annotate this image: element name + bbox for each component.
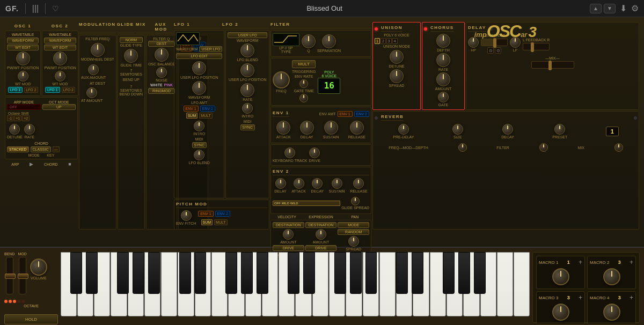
white-key-20[interactable] [379,252,396,316]
black-key-19[interactable] [458,252,470,294]
lfo2-user-lfo-btn[interactable]: USER LFO [228,32,267,38]
filter-gate-dial[interactable] [299,94,308,102]
lfo1-intro-dial[interactable] [194,121,204,131]
osc2-wt-mod-dial[interactable] [55,71,65,82]
black-key-12[interactable] [303,252,315,294]
lfo1-mult-btn[interactable]: MULT [199,113,213,119]
pitch-env2-btn[interactable]: ENV 2 [215,211,230,217]
hold-button[interactable]: HOLD [4,314,58,324]
chorus-rate-dial[interactable] [436,53,450,67]
osc-balance-dial[interactable] [155,48,169,62]
macro1-dial[interactable] [552,268,569,285]
pitch-mult-btn[interactable]: MULT [214,219,228,225]
kbd-track-dial[interactable] [284,147,295,158]
unison-detune-dial[interactable] [390,50,404,64]
env2-attack-dial[interactable] [294,178,304,189]
filter-env1-btn[interactable]: ENV 1 [338,111,353,117]
reverb-preset-dial[interactable] [554,124,565,135]
pitch-sum-btn[interactable]: SUM [201,219,213,225]
delay-sync-icon-1[interactable]: ⊙ [487,47,494,54]
unison-btn-3[interactable]: 3 [386,38,392,44]
lfo2-user-pos-dial[interactable] [240,63,254,77]
lfo2-sync-btn[interactable]: SYNC [240,124,255,130]
black-key-8[interactable] [225,252,237,294]
osc2-wt-edit-btn[interactable]: WT EDIT [44,45,76,50]
reverb-size-dial[interactable] [452,124,463,135]
heart-icon[interactable]: ♡ [52,4,59,13]
unison-btn-2[interactable]: 2 [380,38,386,44]
white-key-7[interactable] [161,252,177,316]
env1-sustain-dial[interactable] [324,121,338,135]
at-amount-dial[interactable] [86,87,97,98]
reverb-filter-dial[interactable] [539,143,548,152]
env1-attack-dial[interactable] [276,121,290,135]
osc1-wt-mod-dial[interactable] [18,71,28,82]
env1-release-dial[interactable] [350,121,364,135]
osc2-lfo1-btn[interactable]: LFO 1 [45,87,60,93]
osc1-lfo2-btn[interactable]: LFO 2 [24,87,38,93]
mix-dest-btn[interactable]: DEST [148,41,175,47]
vel-amount-dial[interactable] [283,229,294,240]
lfo2-intro-dial[interactable] [242,103,253,114]
unison-btn-4[interactable]: 4 [392,38,398,44]
modwheel-dest-dial[interactable] [91,43,105,57]
osc1-wt-edit-btn[interactable]: WT EDIT [7,45,39,50]
env2-release-dial[interactable] [353,178,364,189]
reverb-mix-dial[interactable] [614,143,623,152]
filter-env2-btn[interactable]: ENV 2 [354,111,369,117]
env2-sustain-dial[interactable] [332,178,342,189]
ringmod-btn[interactable]: RINGMOD [148,88,175,94]
lfo1-edit-btn[interactable]: LFO EDIT [176,53,222,59]
oct-plus2-btn[interactable]: +2 [22,115,30,121]
macro2-dial[interactable] [603,268,620,285]
oct-plus1-btn[interactable]: +1 [14,115,21,121]
filter-sep-dial[interactable] [322,34,336,48]
osc2-lfo2-btn[interactable]: LFO 2 [62,87,75,93]
glide-time-dial[interactable] [124,49,138,63]
osc1-lfo1-btn[interactable]: LFO 1 [8,87,23,93]
osc2-pw-knob-dial[interactable] [53,51,67,65]
filter-mult-btn[interactable]: MULT [292,60,316,68]
pan-spread-dial[interactable] [348,236,359,247]
macro4-dial[interactable] [603,304,620,321]
black-key-6[interactable] [179,252,191,294]
black-key-17[interactable] [412,252,423,294]
filter-env-rate-dial[interactable] [299,79,308,88]
bend-slider-thumb[interactable] [5,274,16,279]
black-key-10[interactable] [257,252,268,294]
volume-dial[interactable] [30,258,47,276]
reverb-decay-dial[interactable] [502,124,513,135]
unison-btn-1[interactable]: 1 [375,38,380,44]
osc1-waveform-btn[interactable]: WAVEFORM [7,38,39,43]
expr-drive-btn[interactable]: DRIVE [305,245,337,251]
glide-norm-btn[interactable]: NORM [120,37,143,43]
env2-decay-dial[interactable] [312,178,323,189]
black-key-20[interactable] [474,252,486,294]
oct-minus1-btn[interactable]: -1 [7,115,13,121]
expr-dest-btn[interactable]: DESTINATION [305,222,337,228]
filter-freq-dial[interactable] [273,71,290,88]
black-key-18[interactable] [443,252,455,294]
noise-dial[interactable] [156,67,167,78]
nav-down-button[interactable]: ▼ [604,4,616,13]
lfo1-env1-btn[interactable]: ENV 1 [184,106,199,112]
macro1-plus-btn[interactable]: + [579,258,582,266]
black-key-15[interactable] [365,252,377,294]
glide-off-btn[interactable]: OFF MILD WILD [273,201,340,206]
black-key-11[interactable] [288,252,299,294]
white-key-28[interactable] [514,252,530,316]
delay-sync-icon-2[interactable]: ⊙ [495,47,501,54]
vel-dest-btn[interactable]: DESTINATION [273,222,304,228]
black-key-9[interactable] [241,252,253,294]
oct-mode-btn[interactable]: UP [42,104,76,110]
pitch-env-pitch-dial[interactable] [181,210,192,221]
black-key-1[interactable] [70,252,82,294]
black-key-2[interactable] [86,252,98,294]
settings-button[interactable]: ⚙ [631,3,639,13]
chorus-depth-dial[interactable] [436,34,450,48]
macro3-plus-btn[interactable]: + [579,294,582,301]
pitch-env1-btn[interactable]: ENV 1 [198,211,213,217]
arp-off-btn[interactable]: OFF [7,104,41,110]
lfo1-user-lfo-btn[interactable]: USER LFO [199,46,222,52]
glide-spread-dial[interactable] [351,197,360,205]
